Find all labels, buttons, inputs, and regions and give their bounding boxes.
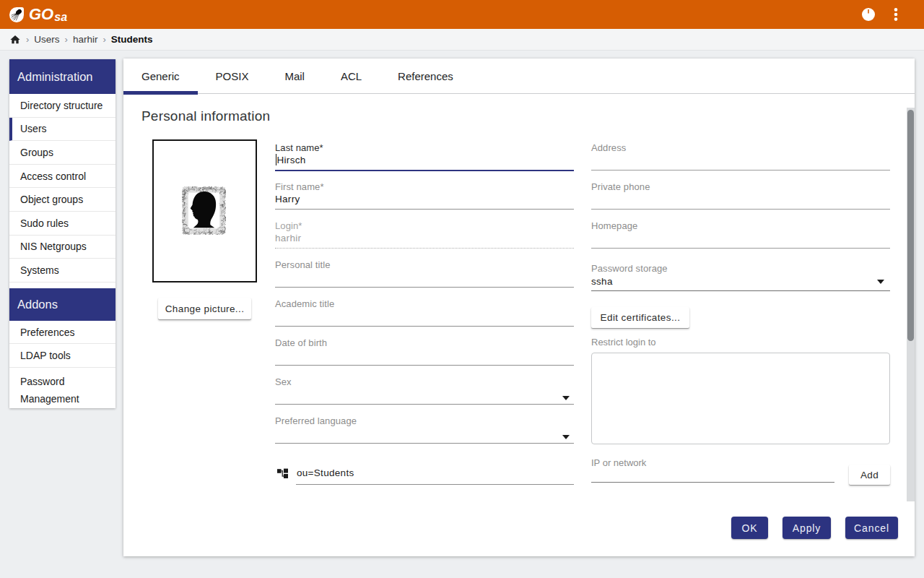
- dropdown-arrow-icon[interactable]: [562, 435, 570, 439]
- sidebar-item-password-management[interactable]: Password Management: [9, 368, 116, 408]
- sidebar-item-preferences[interactable]: Preferences: [9, 321, 116, 345]
- field-underline: [275, 170, 574, 171]
- tab-references[interactable]: References: [380, 59, 471, 94]
- field-academic-title: Academic title: [275, 298, 574, 337]
- field-underline: [591, 170, 890, 171]
- ip-network-underline: [591, 482, 834, 483]
- sidebar-section-addons: Addons: [9, 288, 116, 321]
- field-label: Academic title: [275, 298, 334, 309]
- field-label: Password storage: [591, 263, 668, 274]
- field-underline: [275, 365, 574, 366]
- field-value[interactable]: Harry: [275, 194, 300, 204]
- sidebar-gap: [9, 282, 116, 288]
- main-panel: Generic POSIX Mail ACL References Person…: [123, 59, 915, 556]
- field-underline: [275, 209, 574, 210]
- field-preferred-language[interactable]: Preferred language: [275, 415, 574, 454]
- sidebar-section-administration: Administration: [9, 59, 116, 94]
- field-personal-title: Personal title: [275, 259, 574, 298]
- field-underline: [591, 290, 890, 291]
- add-button[interactable]: Add: [849, 465, 890, 485]
- field-last-name: Last name* Hirsch: [275, 142, 574, 181]
- brand-go: GO: [29, 5, 53, 23]
- dropdown-arrow-icon[interactable]: [877, 280, 884, 284]
- breadcrumb-separator: ›: [103, 34, 105, 45]
- kebab-menu-icon[interactable]: [894, 8, 898, 21]
- tab-posix[interactable]: POSIX: [198, 59, 267, 94]
- field-date-of-birth: Date of birth: [275, 337, 574, 376]
- tab-mail[interactable]: Mail: [266, 59, 323, 94]
- breadcrumb-item-users[interactable]: Users: [34, 34, 59, 45]
- base-dn-underline: [296, 484, 574, 485]
- sidebar-item-object-groups[interactable]: Object groups: [9, 188, 116, 212]
- restrict-login-label: Restrict login to: [591, 337, 656, 348]
- field-label: Sex: [275, 376, 292, 387]
- scrollbar-track[interactable]: [907, 108, 915, 501]
- field-underline: [275, 326, 574, 327]
- field-underline: [591, 209, 890, 210]
- ldap-tree-icon[interactable]: [277, 468, 288, 478]
- sidebar-item-sudo-rules[interactable]: Sudo rules: [9, 212, 116, 236]
- tabbar: Generic POSIX Mail ACL References: [123, 59, 915, 94]
- breadcrumb: › Users › harhir › Students: [0, 29, 924, 51]
- field-sex[interactable]: Sex: [275, 376, 574, 415]
- sidebar-item-access-control[interactable]: Access control: [9, 165, 116, 189]
- breadcrumb-item-harhir[interactable]: harhir: [73, 34, 98, 45]
- field-value: ssha: [591, 276, 613, 287]
- session-clock-icon[interactable]: [862, 8, 875, 21]
- sidebar-item-systems[interactable]: Systems: [9, 259, 116, 282]
- tab-acl[interactable]: ACL: [323, 59, 380, 94]
- head-silhouette-image: [182, 186, 226, 235]
- change-picture-button[interactable]: Change picture...: [158, 298, 251, 319]
- edit-certificates-button[interactable]: Edit certificates...: [591, 307, 689, 328]
- field-value[interactable]: Hirsch: [277, 155, 306, 165]
- field-label: Personal title: [275, 259, 331, 270]
- sidebar-item-nis-netgroups[interactable]: NIS Netgroups: [9, 236, 116, 259]
- restrict-login-textarea[interactable]: [591, 353, 890, 444]
- field-label: Login*: [275, 220, 302, 231]
- scrollbar-thumb[interactable]: [907, 110, 914, 341]
- base-dn-value[interactable]: ou=Students: [297, 467, 354, 478]
- breadcrumb-separator: ›: [65, 34, 68, 45]
- breadcrumb-item-students[interactable]: Students: [111, 34, 153, 45]
- field-label: Last name*: [275, 142, 323, 153]
- field-underline: [275, 443, 574, 444]
- home-icon[interactable]: [9, 34, 21, 46]
- field-label: Homepage: [591, 220, 637, 231]
- topbar: GOsa: [0, 0, 924, 29]
- tab-generic[interactable]: Generic: [123, 59, 198, 94]
- field-password-storage[interactable]: Password storage ssha: [591, 263, 890, 294]
- sidebar-item-users[interactable]: Users: [9, 118, 116, 142]
- field-private-phone: Private phone: [591, 181, 890, 220]
- field-label: First name*: [275, 181, 324, 192]
- ip-network-label: IP or network: [591, 457, 646, 468]
- sidebar-item-groups[interactable]: Groups: [9, 141, 116, 165]
- dropdown-arrow-icon[interactable]: [562, 396, 570, 400]
- field-first-name: First name* Harry: [275, 181, 574, 220]
- field-label: Private phone: [591, 181, 650, 192]
- sidebar-item-directory-structure[interactable]: Directory structure: [9, 94, 116, 118]
- user-photo: [152, 139, 257, 282]
- field-login: Login* harhir: [275, 220, 574, 259]
- brand-sa: sa: [54, 11, 67, 23]
- gosa-logo-icon: [9, 7, 24, 22]
- field-label: Address: [591, 142, 626, 153]
- sidebar-item-ldap-tools[interactable]: LDAP tools: [9, 344, 116, 368]
- ok-button[interactable]: OK: [731, 517, 768, 539]
- field-homepage: Homepage: [591, 220, 890, 259]
- field-address: Address: [591, 142, 890, 181]
- cancel-button[interactable]: Cancel: [845, 517, 898, 539]
- apply-button[interactable]: Apply: [783, 517, 831, 539]
- field-underline: [275, 287, 574, 288]
- field-underline: [275, 248, 574, 249]
- field-underline: [275, 404, 574, 405]
- breadcrumb-separator: ›: [26, 34, 29, 45]
- field-value: harhir: [275, 233, 301, 243]
- gosa-brand[interactable]: GOsa: [9, 5, 67, 24]
- page-title: Personal information: [141, 108, 270, 124]
- field-label: Preferred language: [275, 415, 357, 426]
- field-underline: [591, 248, 890, 249]
- field-label: Date of birth: [275, 337, 327, 348]
- sidebar: Administration Directory structure Users…: [9, 59, 116, 408]
